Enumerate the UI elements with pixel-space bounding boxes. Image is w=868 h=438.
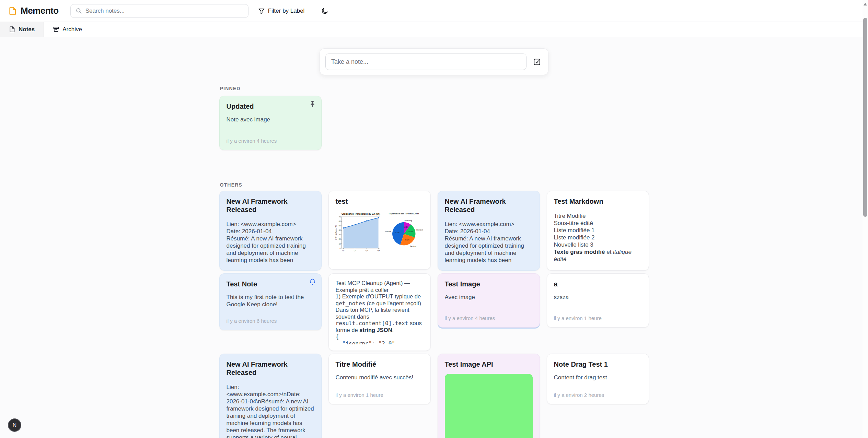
svg-text:20: 20	[338, 238, 340, 240]
note-body: Avec image	[445, 294, 533, 301]
new-checklist-button[interactable]	[531, 56, 543, 68]
pinned-grid: Updated Note avec image il y a environ 4…	[219, 96, 649, 150]
svg-text:20.0%: 20.0%	[408, 231, 413, 233]
search-input[interactable]	[85, 8, 243, 14]
note-body: Test MCP Cleanup (Agent) — Exemple prêt …	[336, 280, 424, 344]
note-title: Test Image	[445, 280, 533, 288]
note-body: This is my first note to test the Google…	[227, 294, 314, 308]
svg-text:Chiffre d'affaires (M€): Chiffre d'affaires (M€)	[335, 225, 337, 240]
svg-text:30: 30	[338, 234, 340, 236]
note-body: Note avec image	[227, 116, 314, 123]
note-title: a	[554, 280, 642, 288]
svg-text:70: 70	[338, 216, 340, 218]
svg-text:Q3: Q3	[366, 249, 368, 251]
note-card-drag-test[interactable]: Note Drag Test 1 Content for drag test i…	[547, 354, 649, 404]
note-card-new-ai-framework-3[interactable]: New AI Framework Released Lien: <www.exa…	[219, 354, 322, 438]
note-card-updated[interactable]: Updated Note avec image il y a environ 4…	[219, 96, 322, 150]
svg-text:25.0%: 25.0%	[405, 239, 409, 241]
note-card-test-note[interactable]: Test Note This is my first note to test …	[219, 273, 322, 330]
filter-by-label-button[interactable]: Filter by Label	[255, 5, 308, 17]
tab-archive-label: Archive	[62, 26, 82, 33]
scrollbar-thumb[interactable]	[863, 18, 867, 217]
note-title: Note Drag Test 1	[554, 360, 642, 368]
svg-text:Q1: Q1	[342, 249, 345, 251]
note-body: Contenu modifié avec succès!	[336, 374, 424, 381]
note-title: test	[336, 197, 424, 205]
note-card-mcp-cleanup[interactable]: Test MCP Cleanup (Agent) — Exemple prêt …	[328, 273, 431, 351]
take-a-note-input[interactable]	[325, 54, 526, 70]
note-card-test-image-api[interactable]: Test Image API	[438, 354, 540, 438]
note-body: Content for drag test	[554, 374, 642, 381]
note-title: Test Image API	[445, 360, 533, 368]
note-charts-image: 010203040506070Q1Q2Q3Q4Croissance Trimes…	[336, 212, 424, 253]
note-title: Updated	[227, 102, 314, 110]
svg-text:Croissance Trimestrielle du CA: Croissance Trimestrielle du CA (M€)	[342, 213, 380, 215]
note-card-titre-modifie[interactable]: Titre Modifié Contenu modifié avec succè…	[328, 354, 431, 404]
svg-text:Q2: Q2	[354, 249, 356, 251]
svg-text:45.0%: 45.0%	[394, 232, 399, 234]
svg-text:Services: Services	[410, 246, 416, 247]
theme-toggle-button[interactable]	[319, 5, 331, 17]
scrollbar[interactable]	[863, 0, 868, 438]
note-file-icon	[9, 26, 15, 33]
revenue-split-pie-chart: Répartition des Revenus 202445.0%Produit…	[382, 212, 425, 251]
svg-text:0: 0	[339, 247, 340, 249]
note-body: Lien: <www.example.com> Date: 2026-01-04…	[227, 221, 314, 264]
others-section-label: OTHERS	[220, 182, 649, 188]
tab-notes-label: Notes	[19, 26, 35, 33]
note-body: Lien: <www.example.com>\nDate: 2026-01-0…	[227, 383, 314, 438]
tab-notes[interactable]: Notes	[0, 22, 44, 37]
svg-text:Consulting: Consulting	[404, 220, 412, 222]
note-card-new-ai-framework-2[interactable]: New AI Framework Released Lien: <www.exa…	[438, 191, 540, 271]
note-card-test[interactable]: test 010203040506070Q1Q2Q3Q4Croissance T…	[328, 191, 431, 270]
svg-text:Produits: Produits	[385, 231, 391, 233]
user-avatar[interactable]: N	[8, 418, 21, 432]
filter-by-label-text: Filter by Label	[268, 8, 305, 14]
note-card-test-image[interactable]: Test Image Avec image il y a environ 4 h…	[438, 273, 540, 328]
note-timestamp: il y a environ 4 heures	[227, 133, 314, 144]
bell-icon[interactable]	[309, 278, 316, 285]
avatar-initial: N	[13, 422, 17, 428]
archive-box-icon	[53, 26, 59, 33]
note-card-test-markdown[interactable]: Test Markdown Titre ModifiéSous-titre éd…	[547, 191, 649, 271]
revenue-growth-line-chart: 010203040506070Q1Q2Q3Q4Croissance Trimes…	[335, 212, 382, 253]
note-composer[interactable]	[320, 48, 548, 75]
top-bar: Memento Filter by Label	[0, 0, 868, 22]
note-body: Lien: <www.example.com> Date: 2026-01-04…	[445, 221, 533, 264]
svg-text:10: 10	[338, 243, 340, 245]
note-timestamp: il y a environ 2 heures	[554, 387, 642, 398]
note-timestamp: il y a environ 6 heures	[227, 313, 314, 324]
note-title: Titre Modifié	[336, 360, 424, 368]
scrollbar-up-arrow[interactable]	[864, 3, 867, 5]
svg-text:10.0%: 10.0%	[404, 226, 408, 228]
svg-text:Q4: Q4	[377, 249, 380, 251]
filter-funnel-icon	[258, 8, 265, 14]
note-title: New AI Framework Released	[445, 197, 533, 214]
pin-icon[interactable]	[309, 100, 316, 108]
svg-text:Répartition des Revenus 2024: Répartition des Revenus 2024	[389, 212, 419, 215]
note-timestamp: il y a environ 4 heures	[445, 310, 533, 321]
notes-main: PINNED Updated Note avec image il y a en…	[219, 48, 649, 438]
svg-text:40: 40	[338, 229, 340, 231]
note-title: New AI Framework Released	[227, 360, 314, 377]
note-timestamp: il y a environ 1 heure	[554, 310, 642, 321]
note-green-image	[445, 374, 533, 438]
tab-archive[interactable]: Archive	[44, 22, 91, 37]
svg-text:50: 50	[338, 225, 340, 227]
svg-text:60: 60	[338, 220, 340, 222]
others-grid: New AI Framework Released Lien: <www.exa…	[219, 191, 649, 438]
app-brand: Memento	[8, 5, 59, 16]
note-body: Titre ModifiéSous-titre éditéListe modif…	[554, 212, 642, 264]
note-title: New AI Framework Released	[227, 197, 314, 214]
checkbox-icon	[533, 58, 541, 66]
note-title: Test Note	[227, 280, 314, 288]
tabs-bar: Notes Archive	[0, 22, 868, 37]
note-card-new-ai-framework-1[interactable]: New AI Framework Released Lien: <www.exa…	[219, 191, 322, 271]
svg-text:Licences: Licences	[416, 229, 423, 231]
note-card-a[interactable]: a szsza il y a environ 1 heure	[547, 273, 649, 328]
moon-icon	[321, 7, 328, 15]
app-title: Memento	[21, 5, 59, 16]
note-timestamp: il y a environ 1 heure	[336, 387, 424, 398]
logo-file-icon	[8, 7, 17, 15]
search-box[interactable]	[70, 4, 248, 18]
